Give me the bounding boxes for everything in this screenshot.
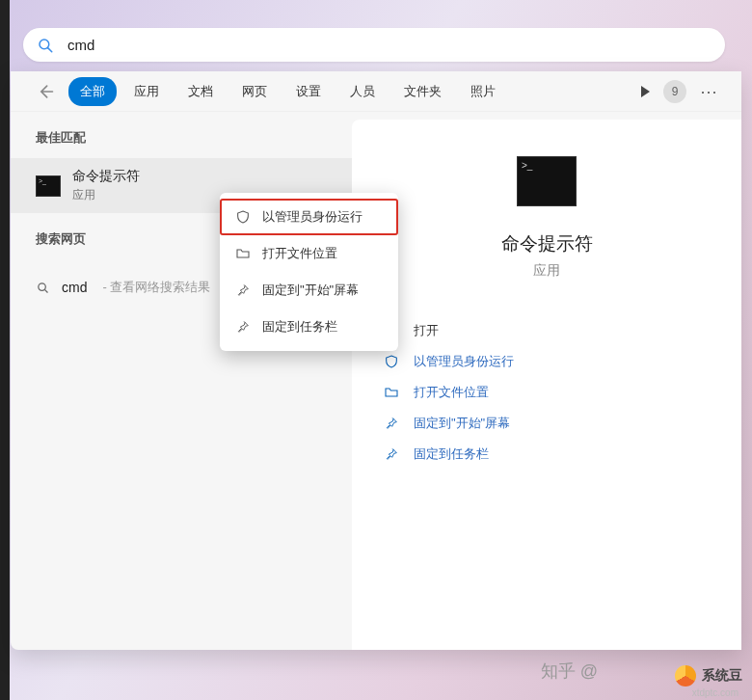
brand-logo-icon [675, 665, 696, 687]
shield-icon [383, 353, 400, 370]
pin-icon [235, 283, 251, 298]
magnifier-icon [36, 281, 50, 295]
tab-人员[interactable]: 人员 [338, 77, 387, 106]
action-pinstart[interactable]: 固定到"开始"屏幕 [379, 415, 714, 432]
folder-open-icon [383, 384, 400, 401]
search-results-panel: 全部应用文档网页设置人员文件夹照片 9 ⋯ 最佳匹配 命令提示符 应用 搜索网页… [11, 71, 741, 650]
tab-文档[interactable]: 文档 [176, 77, 225, 106]
tab-设置[interactable]: 设置 [284, 77, 333, 106]
action-loc[interactable]: 打开文件位置 [379, 384, 714, 401]
web-query: cmd [62, 280, 87, 295]
pin-icon [383, 445, 400, 463]
context-固定到"开始"屏幕[interactable]: 固定到"开始"屏幕 [220, 272, 398, 309]
back-icon[interactable] [36, 82, 55, 101]
more-icon[interactable]: ⋯ [700, 81, 716, 102]
tab-文件夹[interactable]: 文件夹 [392, 77, 453, 106]
search-bar[interactable] [23, 28, 725, 62]
tab-应用[interactable]: 应用 [122, 77, 171, 106]
watermark-zhihu: 知乎 @ [541, 660, 598, 683]
shield-icon [235, 209, 251, 225]
context-打开文件位置[interactable]: 打开文件位置 [220, 235, 398, 272]
app-name: 命令提示符 [501, 231, 593, 256]
app-icon-large [517, 156, 577, 206]
action-open[interactable]: 打开 [379, 322, 714, 339]
watermark-brand: 系统豆 [675, 665, 742, 687]
context-menu: 以管理员身份运行打开文件位置固定到"开始"屏幕固定到任务栏 [220, 193, 398, 351]
action-pintask[interactable]: 固定到任务栏 [379, 445, 714, 463]
watermark-url: xtdptc.com [692, 687, 739, 698]
tab-网页[interactable]: 网页 [230, 77, 279, 106]
search-input[interactable] [67, 37, 712, 53]
filter-tabs: 全部应用文档网页设置人员文件夹照片 9 ⋯ [11, 71, 741, 112]
search-icon [37, 37, 54, 54]
tab-全部[interactable]: 全部 [68, 77, 117, 106]
count-badge[interactable]: 9 [663, 80, 686, 103]
cmd-icon [36, 175, 61, 197]
result-subtitle: 应用 [72, 187, 140, 203]
app-type: 应用 [533, 262, 560, 280]
context-固定到任务栏[interactable]: 固定到任务栏 [220, 309, 398, 345]
web-hint: - 查看网络搜索结果 [102, 279, 210, 296]
context-以管理员身份运行[interactable]: 以管理员身份运行 [220, 199, 398, 235]
details-pane: 命令提示符 应用 打开以管理员身份运行打开文件位置固定到"开始"屏幕固定到任务栏 [352, 120, 741, 650]
pin-icon [235, 319, 251, 335]
tab-照片[interactable]: 照片 [459, 77, 507, 106]
folder-open-icon [235, 246, 251, 261]
action-runas[interactable]: 以管理员身份运行 [379, 353, 714, 370]
result-title: 命令提示符 [72, 168, 140, 185]
play-icon[interactable] [641, 86, 650, 97]
pin-icon [383, 415, 400, 432]
section-best-match: 最佳匹配 [11, 129, 352, 147]
